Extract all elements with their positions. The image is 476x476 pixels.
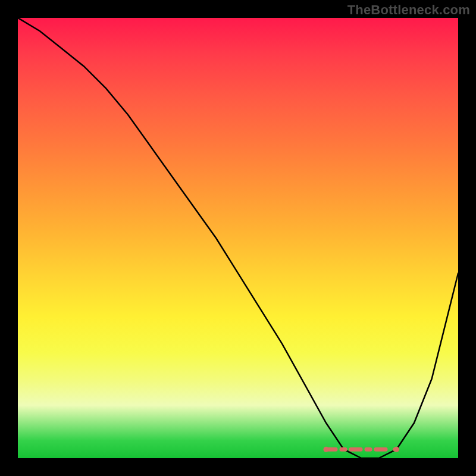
chart-frame: TheBottleneck.com bbox=[0, 0, 476, 476]
watermark-text: TheBottleneck.com bbox=[347, 2, 470, 18]
gradient-plot-area bbox=[18, 18, 458, 458]
